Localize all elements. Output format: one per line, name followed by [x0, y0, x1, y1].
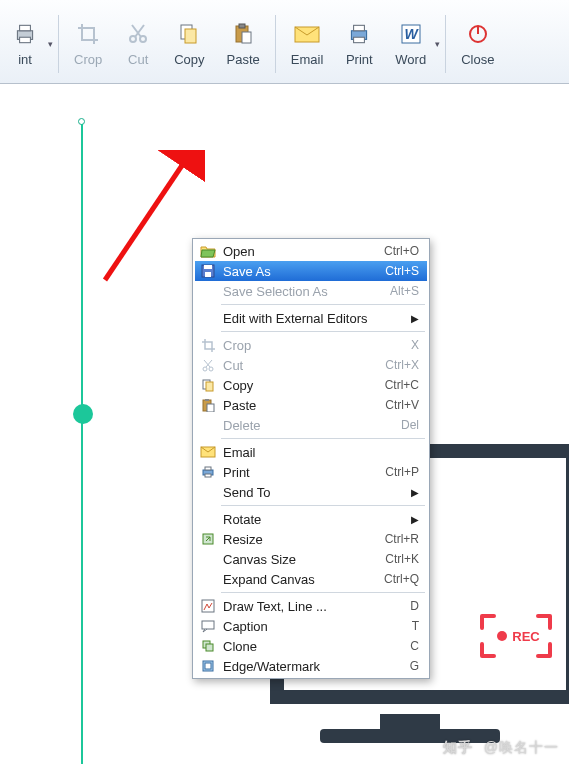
print-button[interactable]: int: [2, 9, 48, 79]
menu-separator: [221, 592, 425, 593]
blank-icon: [197, 483, 219, 501]
svg-rect-13: [354, 37, 365, 42]
scissors-icon: [124, 20, 152, 48]
selection-handle-mid[interactable]: [73, 404, 93, 424]
dropdown-icon[interactable]: ▾: [46, 9, 54, 79]
menu-item-label: Rotate: [223, 512, 411, 527]
menu-item-rotate[interactable]: Rotate▶: [195, 509, 427, 529]
cut-button[interactable]: Cut: [115, 9, 161, 79]
menu-item-draw-text-line[interactable]: Draw Text, Line ...D: [195, 596, 427, 616]
menu-item-save-as[interactable]: Save AsCtrl+S: [195, 261, 427, 281]
menu-item-edge-watermark[interactable]: Edge/WatermarkG: [195, 656, 427, 676]
menu-item-email[interactable]: Email: [195, 442, 427, 462]
menu-item-label: Copy: [223, 378, 385, 393]
clone-icon: [197, 637, 219, 655]
menu-item-resize[interactable]: ResizeCtrl+R: [195, 529, 427, 549]
folder-open-icon: [197, 242, 219, 260]
menu-item-delete: DeleteDel: [195, 415, 427, 435]
email-icon: [197, 443, 219, 461]
menu-item-label: Send To: [223, 485, 411, 500]
menu-item-shortcut: C: [410, 639, 419, 653]
print-button-2[interactable]: Print: [336, 9, 382, 79]
svg-point-25: [209, 367, 213, 371]
svg-rect-9: [242, 32, 251, 43]
menu-item-copy[interactable]: CopyCtrl+C: [195, 375, 427, 395]
rec-badge: REC: [480, 614, 552, 658]
brand-text: 知乎: [443, 739, 473, 755]
svg-rect-8: [239, 24, 245, 28]
menu-item-label: Edit with External Editors: [223, 311, 411, 326]
menu-item-send-to[interactable]: Send To▶: [195, 482, 427, 502]
menu-item-label: Delete: [223, 418, 401, 433]
menu-item-shortcut: Ctrl+R: [385, 532, 419, 546]
menu-item-label: Save Selection As: [223, 284, 390, 299]
close-button[interactable]: Close: [452, 9, 503, 79]
menu-item-label: Open: [223, 244, 384, 259]
menu-item-shortcut: Ctrl+X: [385, 358, 419, 372]
word-icon: W: [397, 20, 425, 48]
menu-item-shortcut: Ctrl+Q: [384, 572, 419, 586]
toolbar: int ▾ Crop Cut Copy Paste Email: [0, 0, 569, 84]
clipboard-icon: [229, 20, 257, 48]
svg-point-18: [497, 631, 507, 641]
blank-icon: [197, 309, 219, 327]
menu-item-label: Crop: [223, 338, 411, 353]
svg-rect-22: [204, 265, 212, 269]
menu-separator: [221, 331, 425, 332]
menu-item-shortcut: X: [411, 338, 419, 352]
menu-item-clone[interactable]: CloneC: [195, 636, 427, 656]
svg-text:REC: REC: [512, 629, 540, 644]
separator: [275, 15, 276, 73]
svg-rect-34: [205, 474, 211, 477]
crop-button[interactable]: Crop: [65, 9, 111, 79]
menu-item-edit-with-external-editors[interactable]: Edit with External Editors▶: [195, 308, 427, 328]
printer-icon: [11, 20, 39, 48]
blank-icon: [197, 416, 219, 434]
svg-rect-30: [207, 404, 214, 412]
copy-icon: [197, 376, 219, 394]
menu-item-shortcut: Ctrl+K: [385, 552, 419, 566]
blank-icon: [197, 570, 219, 588]
menu-item-shortcut: T: [412, 619, 419, 633]
menu-item-crop: CropX: [195, 335, 427, 355]
svg-rect-27: [206, 382, 213, 391]
menu-item-open[interactable]: OpenCtrl+O: [195, 241, 427, 261]
svg-rect-1: [20, 25, 31, 30]
menu-item-label: Resize: [223, 532, 385, 547]
svg-rect-6: [185, 29, 196, 43]
menu-item-caption[interactable]: CaptionT: [195, 616, 427, 636]
printer-icon: [345, 20, 373, 48]
word-button[interactable]: W Word: [386, 9, 435, 79]
save-icon: [197, 262, 219, 280]
menu-separator: [221, 304, 425, 305]
menu-item-shortcut: Ctrl+O: [384, 244, 419, 258]
svg-rect-41: [205, 663, 211, 669]
copy-button[interactable]: Copy: [165, 9, 213, 79]
blank-icon: [197, 510, 219, 528]
menu-item-print[interactable]: PrintCtrl+P: [195, 462, 427, 482]
author-text: @唤名十一: [484, 739, 559, 755]
menu-item-save-selection-as: Save Selection AsAlt+S: [195, 281, 427, 301]
cut-icon: [197, 356, 219, 374]
menu-separator: [221, 438, 425, 439]
paste-button[interactable]: Paste: [218, 9, 269, 79]
svg-rect-29: [205, 399, 209, 401]
email-button[interactable]: Email: [282, 9, 333, 79]
menu-separator: [221, 505, 425, 506]
dropdown-icon[interactable]: ▾: [433, 9, 441, 79]
menu-item-shortcut: D: [410, 599, 419, 613]
resize-icon: [197, 530, 219, 548]
svg-rect-12: [354, 25, 365, 30]
svg-rect-23: [205, 272, 211, 277]
menu-item-canvas-size[interactable]: Canvas SizeCtrl+K: [195, 549, 427, 569]
menu-item-label: Expand Canvas: [223, 572, 384, 587]
menu-item-paste[interactable]: PasteCtrl+V: [195, 395, 427, 415]
selection-edge[interactable]: [81, 124, 83, 764]
menu-item-label: Paste: [223, 398, 385, 413]
svg-rect-33: [205, 467, 211, 470]
submenu-arrow-icon: ▶: [411, 514, 419, 525]
power-icon: [464, 20, 492, 48]
menu-item-expand-canvas[interactable]: Expand CanvasCtrl+Q: [195, 569, 427, 589]
menu-item-label: Email: [223, 445, 419, 460]
copy-icon: [175, 20, 203, 48]
